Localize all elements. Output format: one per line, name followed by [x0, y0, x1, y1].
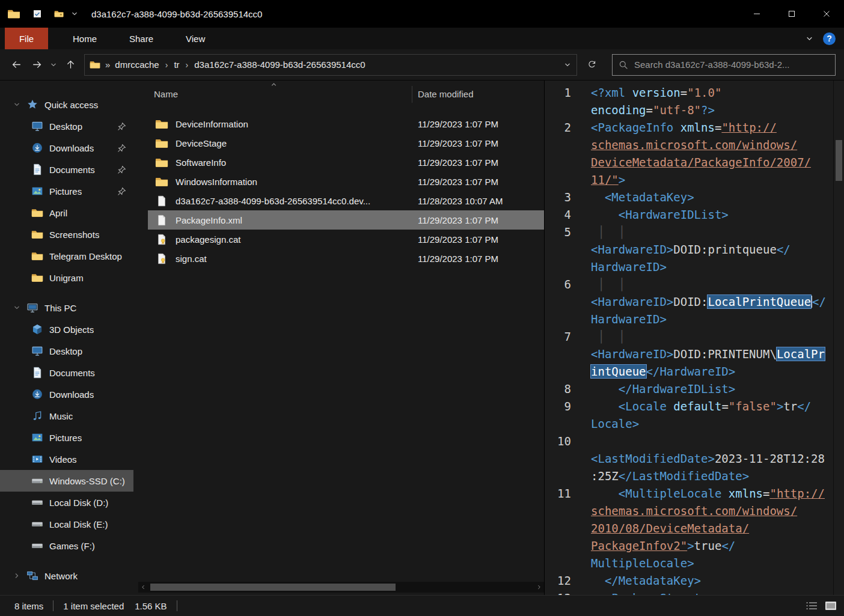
thumbnails-view-icon — [825, 601, 837, 611]
sidebar-item-pictures[interactable]: Pictures — [0, 427, 133, 448]
ribbon-tab-share[interactable]: Share — [113, 28, 170, 49]
sidebar-item-desktop[interactable]: Desktop — [0, 115, 133, 137]
file-name: DeviceInformation — [176, 119, 416, 129]
ribbon: File HomeShareView ? — [0, 28, 844, 49]
refresh-button[interactable] — [579, 54, 604, 76]
chevron-down-icon — [564, 61, 571, 69]
main-content: Quick accessDesktopDownloadsDocumentsPic… — [0, 81, 844, 595]
address-dropdown-button[interactable] — [558, 55, 576, 75]
sidebar-item-label: Local Disk (E:) — [49, 519, 108, 529]
breadcrumb-segment-tr[interactable]: tr — [174, 59, 179, 70]
ribbon-tab-view[interactable]: View — [170, 28, 221, 49]
sidebar-item-windows-ssd-c[interactable]: Windows-SSD (C:) — [0, 470, 133, 492]
ribbon-expand-icon[interactable] — [806, 35, 813, 43]
code-text: <?xml version="1.0" encoding="utf-⁠8"?> — [591, 84, 828, 119]
hscroll-thumb[interactable] — [150, 584, 396, 591]
scroll-left-button[interactable] — [138, 582, 148, 593]
sidebar-section-this-pc: This PC3D ObjectsDesktopDocumentsDownloa… — [0, 297, 133, 557]
sidebar-item-this-pc[interactable]: This PC — [0, 297, 133, 319]
code-text: <Locale default="false">tr</​Locale> — [591, 398, 828, 433]
cat-icon — [155, 234, 168, 245]
search-input[interactable] — [634, 59, 829, 70]
recent-locations-button[interactable] — [47, 55, 60, 75]
column-header-date[interactable]: Date modified — [418, 89, 474, 99]
sidebar-item-games-f[interactable]: Games (F:) — [0, 535, 133, 557]
line-number: 4 — [545, 206, 571, 224]
status-divider — [177, 600, 177, 611]
sidebar-item-desktop[interactable]: Desktop — [0, 340, 133, 362]
column-header-name[interactable]: Name — [154, 89, 178, 99]
forward-button[interactable] — [26, 55, 47, 75]
file-date-modified: 11/29/2023 1:07 PM — [418, 138, 498, 148]
file-date-modified: 11/29/2023 1:07 PM — [418, 254, 498, 264]
up-button[interactable] — [60, 55, 81, 75]
sidebar-item-quick-access[interactable]: Quick access — [0, 94, 133, 115]
sidebar-item-local-disk-e[interactable]: Local Disk (E:) — [0, 513, 133, 535]
file-date-modified: 11/29/2023 1:07 PM — [418, 119, 498, 129]
sidebar-item-documents[interactable]: Documents — [0, 159, 133, 180]
ribbon-tab-home[interactable]: Home — [57, 28, 113, 49]
sidebar-item-network[interactable]: Network — [0, 565, 133, 587]
sidebar-item-downloads[interactable]: Downloads — [0, 137, 133, 159]
sidebar-item-music[interactable]: Music — [0, 405, 133, 427]
breadcrumb-overflow[interactable]: » — [100, 59, 115, 70]
file-row-devicestage[interactable]: DeviceStage11/29/2023 1:07 PM — [148, 133, 544, 153]
sidebar-item-downloads[interactable]: Downloads — [0, 383, 133, 405]
file-row-softwareinfo[interactable]: SoftwareInfo11/29/2023 1:07 PM — [148, 153, 544, 172]
chevron-right-icon[interactable] — [13, 572, 20, 579]
scroll-right-button[interactable] — [534, 582, 544, 593]
file-row-windowsinformation[interactable]: WindowsInformation11/29/2023 1:07 PM — [148, 172, 544, 191]
ribbon-tabs: HomeShareView — [57, 28, 221, 49]
view-thumbnails-button[interactable] — [821, 598, 840, 614]
ribbon-file-tab[interactable]: File — [5, 28, 48, 49]
sidebar-item-telegram-desktop[interactable]: Telegram Desktop — [0, 245, 133, 267]
horizontal-scrollbar[interactable] — [138, 582, 544, 593]
code-text: <PackageStructure> — [591, 590, 828, 595]
close-button[interactable] — [809, 0, 844, 28]
sidebar-item-unigram[interactable]: Unigram — [0, 267, 133, 288]
chevron-down-icon[interactable] — [13, 304, 20, 311]
file-row-d3a162c7-a388-4099-b63d-265639514cc0-dev[interactable]: d3a162c7-a388-4099-b63d-265639514cc0.dev… — [148, 191, 544, 210]
maximize-button[interactable] — [774, 0, 809, 28]
sidebar-item-april[interactable]: April — [0, 202, 133, 224]
breadcrumb-segment-d3a162c7-a388-4099-b63d-265639514cc0[interactable]: d3a162c7-a388-4099-b63d-265639514cc0 — [194, 59, 365, 70]
hscroll-track[interactable] — [148, 582, 534, 593]
search-box[interactable] — [612, 54, 836, 76]
drive-icon — [31, 518, 43, 530]
chevron-down-icon[interactable] — [13, 101, 20, 108]
sidebar-item-pictures[interactable]: Pictures — [0, 180, 133, 202]
file-row-deviceinformation[interactable]: DeviceInformation11/29/2023 1:07 PM — [148, 114, 544, 133]
qat-properties-icon[interactable] — [32, 9, 42, 19]
titlebar: d3a162c7-a388-4099-b63d-265639514cc0 — [0, 0, 844, 28]
code-text: │ │ <HardwareID>DOID:printqueue</​Hardwa… — [591, 224, 828, 276]
file-row-sign-cat[interactable]: sign.cat11/29/2023 1:07 PM — [148, 249, 544, 268]
drive-icon — [31, 475, 43, 487]
file-row-packagesign-cat[interactable]: packagesign.cat11/29/2023 1:07 PM — [148, 230, 544, 249]
address-bar[interactable]: » dmrccache›tr›d3a162c7-a388-4099-b63d-2… — [84, 54, 577, 76]
sidebar-item-label: Downloads — [49, 389, 94, 400]
sidebar-item-documents[interactable]: Documents — [0, 362, 133, 383]
sidebar-item-videos[interactable]: Videos — [0, 448, 133, 470]
line-number: 13 — [545, 590, 571, 595]
chevron-right-icon — [536, 584, 542, 590]
file-row-packageinfo-xml[interactable]: PackageInfo.xml11/29/2023 1:07 PM — [148, 210, 544, 230]
sidebar-item-local-disk-d[interactable]: Local Disk (D:) — [0, 492, 133, 513]
qat-customize-icon[interactable] — [71, 10, 78, 17]
minimize-button[interactable] — [739, 0, 774, 28]
code-text: <MetadataKey> — [591, 189, 828, 206]
view-details-button[interactable] — [802, 598, 821, 614]
sidebar-item-label: Music — [49, 411, 73, 421]
vertical-scrollbar[interactable] — [833, 81, 844, 595]
file-name: packagesign.cat — [176, 234, 416, 245]
back-button[interactable] — [6, 55, 26, 75]
qat-new-folder-icon[interactable] — [54, 9, 64, 19]
sidebar-item-3d-objects[interactable]: 3D Objects — [0, 319, 133, 340]
column-divider[interactable] — [412, 86, 412, 103]
breadcrumb-segment-dmrccache[interactable]: dmrccache — [115, 59, 159, 70]
help-button[interactable]: ? — [823, 32, 836, 45]
code-line-13: 13 <PackageStructure> — [545, 590, 833, 595]
window-controls — [739, 0, 844, 28]
vscroll-thumb[interactable] — [836, 140, 842, 181]
sidebar-item-screenshots[interactable]: Screenshots — [0, 224, 133, 245]
code-text: <MultipleLocale xmlns="http:/​/​schemas.… — [591, 485, 828, 572]
